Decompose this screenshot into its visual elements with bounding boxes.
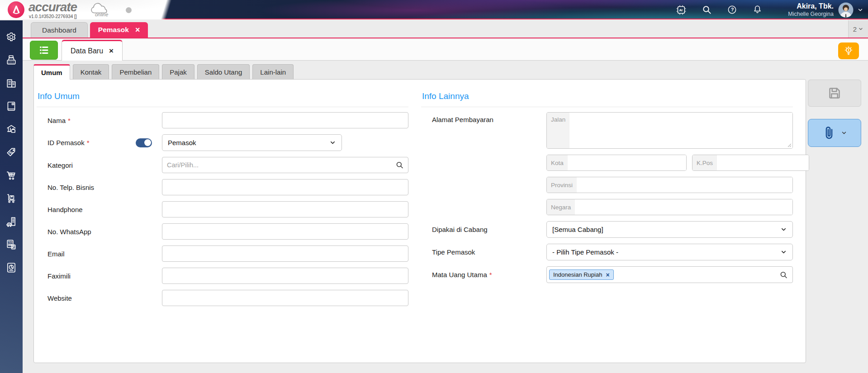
field-label: No. WhatsApp	[37, 228, 162, 236]
form-panel: Info Umum Nama* ID Pemasok* Pemasok	[33, 79, 806, 363]
tab-data-baru[interactable]: Data Baru ×	[62, 40, 123, 61]
field-alamat: Alamat Pembayaran Jalan	[421, 112, 793, 149]
form-tab-kontak[interactable]: Kontak	[73, 64, 109, 79]
search-icon[interactable]	[395, 161, 404, 170]
tab-pemasok-label: Pemasok	[98, 26, 129, 34]
trolley-icon	[5, 193, 17, 204]
paperclip-icon	[822, 126, 836, 140]
sidebar-item-reports[interactable]	[3, 262, 19, 274]
mata-uang-field[interactable]: Indonesian Rupiah ×	[546, 266, 793, 283]
field-label: Dipakai di Cabang	[421, 226, 546, 233]
provinsi-field: Provinsi	[546, 177, 793, 193]
window-tab-bar: Dashboard Pemasok × 2	[23, 20, 868, 38]
user-menu-chevron-icon[interactable]	[857, 7, 863, 13]
field-provinsi: Provinsi	[421, 177, 793, 193]
sidebar-item-inventory[interactable]	[3, 193, 19, 204]
sidebar-item-fixed-assets[interactable]	[3, 216, 19, 227]
kategori-input[interactable]	[162, 157, 408, 173]
list-icon	[38, 44, 50, 56]
field-whatsapp: No. WhatsApp	[37, 223, 408, 240]
faximili-input[interactable]	[162, 268, 408, 284]
help-icon[interactable]: ?	[727, 5, 737, 15]
sidebar-item-sales[interactable]: Rp	[3, 146, 19, 158]
kpos-prefix-label: K.Pos	[693, 155, 717, 170]
field-label: Mata Uang Utama*	[421, 271, 546, 279]
nama-input[interactable]	[162, 112, 408, 128]
required-marker: *	[68, 117, 71, 124]
field-label: Kategori	[37, 161, 162, 169]
form-tab-pajak[interactable]: Pajak	[162, 64, 194, 79]
chip-remove-icon[interactable]: ×	[606, 272, 609, 278]
lightbulb-icon	[843, 45, 854, 57]
tab-pemasok[interactable]: Pemasok ×	[90, 22, 148, 38]
chevron-down-icon	[858, 26, 863, 32]
whatsapp-input[interactable]	[162, 223, 408, 240]
sidebar-item-cash-register[interactable]	[3, 54, 19, 66]
sidebar-item-tax[interactable]: TAX	[3, 239, 19, 250]
save-button[interactable]	[808, 80, 861, 107]
content-area: Umum Kontak Pembelian Pajak Saldo Utang …	[23, 61, 868, 373]
field-handphone: Handphone	[37, 201, 408, 217]
sidebar-item-journal[interactable]	[3, 100, 19, 112]
search-icon[interactable]	[779, 270, 788, 279]
price-tag-rp-icon: Rp	[5, 146, 17, 158]
negara-input[interactable]	[575, 199, 792, 215]
field-label: Email	[37, 250, 162, 258]
tipe-pemasok-select[interactable]: - Pilih Tipe Pemasok -	[546, 244, 793, 260]
list-button[interactable]	[30, 41, 58, 60]
provinsi-prefix-label: Provinsi	[547, 177, 577, 193]
field-tipe-pemasok: Tipe Pemasok - Pilih Tipe Pemasok -	[421, 244, 793, 260]
tab-counter[interactable]: 2	[848, 20, 868, 38]
building-car-icon	[5, 216, 17, 227]
sidebar: Rp	[0, 20, 23, 373]
jalan-prefix-label: Jalan	[547, 113, 569, 148]
kota-input[interactable]	[568, 155, 686, 170]
form-tab-pembelian[interactable]: Pembelian	[112, 64, 159, 79]
section-info-umum: Info Umum Nama* ID Pemasok* Pemasok	[37, 90, 408, 312]
currency-chip: Indonesian Rupiah ×	[549, 269, 614, 280]
attachment-button[interactable]	[808, 119, 861, 147]
svg-text:TAX: TAX	[8, 241, 13, 243]
resize-grip-icon[interactable]	[787, 143, 792, 147]
jalan-textarea[interactable]	[569, 113, 792, 148]
sidebar-item-bank[interactable]	[3, 123, 19, 135]
section-title: Info Umum	[37, 90, 408, 107]
close-icon[interactable]: ×	[109, 47, 114, 55]
email-input[interactable]	[162, 246, 408, 262]
field-label: Handphone	[37, 206, 162, 213]
tab-dashboard-label: Dashboard	[42, 26, 76, 34]
accurate-logo[interactable]	[8, 1, 24, 18]
svg-text:?: ?	[731, 7, 734, 12]
kpos-input[interactable]	[717, 155, 809, 170]
tips-button[interactable]	[838, 42, 859, 59]
chevron-down-icon[interactable]	[841, 130, 847, 136]
field-label: Tipe Pemasok	[421, 248, 546, 256]
brand-suffix: online	[95, 12, 108, 17]
notifications-bell-icon[interactable]	[752, 5, 763, 15]
ai-assistant-icon[interactable]: AI	[676, 5, 687, 15]
app-header: accurate online v1.0.1#3520-2276934 [] A…	[0, 0, 868, 19]
tab-dashboard[interactable]: Dashboard	[31, 22, 88, 38]
form-tab-lain-lain[interactable]: Lain-lain	[252, 64, 294, 79]
provinsi-input[interactable]	[577, 177, 792, 193]
website-input[interactable]	[162, 290, 408, 306]
sidebar-item-purchases[interactable]	[3, 170, 19, 181]
id-pemasok-toggle[interactable]	[136, 138, 152, 147]
form-tab-umum[interactable]: Umum	[33, 64, 70, 80]
company-name: Akira, Tbk.	[788, 2, 834, 11]
version-text: v1.0.1#3520-2276934 []	[29, 14, 77, 19]
form-tab-saldo-utang[interactable]: Saldo Utang	[197, 64, 250, 79]
field-negara: Negara	[421, 199, 793, 215]
cabang-select[interactable]: [Semua Cabang]	[546, 221, 793, 238]
svg-text:AI: AI	[679, 8, 683, 12]
field-nama: Nama*	[37, 112, 408, 128]
id-pemasok-select[interactable]: Pemasok	[162, 134, 342, 151]
handphone-input[interactable]	[162, 201, 408, 217]
sidebar-item-company[interactable]	[3, 77, 19, 89]
avatar[interactable]	[838, 2, 854, 18]
search-icon[interactable]	[702, 5, 712, 15]
field-label: Nama*	[37, 117, 162, 124]
close-icon[interactable]: ×	[135, 26, 140, 34]
telp-input[interactable]	[162, 179, 408, 195]
sidebar-item-settings[interactable]	[3, 31, 19, 43]
